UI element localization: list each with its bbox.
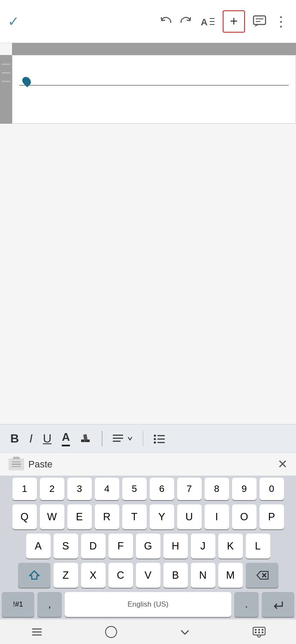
key-5[interactable]: 5: [122, 478, 147, 500]
key-a[interactable]: A: [26, 534, 51, 559]
toolbar-divider: [102, 431, 103, 446]
key-x[interactable]: X: [81, 563, 106, 588]
key-b[interactable]: B: [163, 563, 188, 588]
enter-key[interactable]: [262, 592, 294, 617]
underline-button[interactable]: U: [39, 430, 55, 447]
key-r[interactable]: R: [95, 504, 119, 529]
key-0[interactable]: 0: [260, 478, 284, 500]
page-body[interactable]: [12, 55, 296, 124]
key-l[interactable]: L: [246, 534, 270, 559]
format-toolbar: B I U A: [0, 424, 296, 452]
key-q[interactable]: Q: [12, 504, 37, 529]
svg-rect-29: [255, 632, 257, 633]
key-y[interactable]: Y: [150, 504, 174, 529]
key-g[interactable]: G: [136, 534, 160, 559]
svg-text:A: A: [201, 17, 208, 27]
svg-point-13: [154, 434, 156, 436]
top-toolbar: ✓ A +: [0, 0, 296, 43]
space-key[interactable]: English (US): [65, 592, 231, 617]
key-s[interactable]: S: [54, 534, 78, 559]
home-circle: [105, 626, 117, 638]
key-w[interactable]: W: [40, 504, 64, 529]
highlight-button[interactable]: [77, 431, 96, 446]
svg-marker-19: [30, 571, 39, 579]
back-button[interactable]: [172, 620, 198, 644]
paste-toolbar: Paste ✕: [0, 452, 296, 476]
a-row: A S D F G H J K L: [0, 531, 296, 561]
key-d[interactable]: D: [81, 534, 106, 559]
paste-left: Paste: [9, 458, 52, 470]
svg-rect-31: [262, 632, 263, 633]
comment-button[interactable]: [253, 15, 266, 28]
number-row: 1 2 3 4 5 6 7 8 9 0: [0, 476, 296, 502]
key-t[interactable]: T: [122, 504, 147, 529]
key-u[interactable]: U: [177, 504, 202, 529]
clipboard-icon: [9, 458, 24, 470]
keyboard-toggle-button[interactable]: [246, 620, 272, 644]
italic-button[interactable]: I: [26, 430, 36, 447]
check-button[interactable]: ✓: [8, 13, 19, 30]
more-options-button[interactable]: ⋮: [274, 13, 288, 30]
key-h[interactable]: H: [163, 534, 188, 559]
key-c[interactable]: C: [109, 563, 133, 588]
text-line: [19, 60, 289, 85]
bottom-row: !#1 , English (US) .: [0, 590, 296, 619]
key-k[interactable]: K: [218, 534, 243, 559]
redo-button[interactable]: [180, 15, 193, 28]
shift-key[interactable]: [18, 563, 51, 588]
key-n[interactable]: N: [191, 563, 215, 588]
key-7[interactable]: 7: [177, 478, 202, 500]
key-j[interactable]: J: [191, 534, 215, 559]
svg-rect-25: [253, 627, 265, 635]
nav-bar: [0, 619, 296, 644]
backspace-key[interactable]: [246, 563, 278, 588]
key-e[interactable]: E: [67, 504, 92, 529]
toolbar-divider2: [143, 431, 144, 446]
text-cursor: [21, 75, 33, 87]
svg-rect-26: [255, 629, 257, 631]
ruler-left: [0, 55, 12, 124]
home-button[interactable]: [98, 620, 124, 644]
comma-key[interactable]: ,: [37, 592, 62, 617]
svg-rect-28: [262, 629, 263, 631]
key-4[interactable]: 4: [95, 478, 119, 500]
ruler-top: [12, 43, 296, 55]
bold-button[interactable]: B: [7, 430, 22, 447]
key-m[interactable]: M: [218, 563, 243, 588]
symbols-key[interactable]: !#1: [2, 592, 34, 617]
svg-rect-27: [258, 629, 260, 631]
svg-rect-30: [258, 632, 260, 633]
key-f[interactable]: F: [109, 534, 133, 559]
paste-label[interactable]: Paste: [28, 459, 52, 470]
svg-point-17: [154, 441, 156, 443]
key-3[interactable]: 3: [67, 478, 92, 500]
key-1[interactable]: 1: [12, 478, 37, 500]
svg-rect-4: [254, 16, 266, 24]
period-key[interactable]: .: [234, 592, 259, 617]
keyboard: 1 2 3 4 5 6 7 8 9 0 Q W E R T Y U I O P …: [0, 476, 296, 619]
key-v[interactable]: V: [136, 563, 160, 588]
key-o[interactable]: O: [232, 504, 257, 529]
text-color-button[interactable]: A: [58, 429, 73, 448]
align-button[interactable]: [109, 431, 137, 446]
list-button[interactable]: [149, 431, 169, 446]
key-8[interactable]: 8: [205, 478, 229, 500]
q-row: Q W E R T Y U I O P: [0, 502, 296, 531]
undo-button[interactable]: [159, 15, 172, 28]
key-2[interactable]: 2: [40, 478, 64, 500]
key-6[interactable]: 6: [150, 478, 174, 500]
paste-close-button[interactable]: ✕: [278, 457, 287, 471]
add-button[interactable]: +: [223, 10, 245, 33]
key-z[interactable]: Z: [54, 563, 78, 588]
key-9[interactable]: 9: [232, 478, 257, 500]
key-p[interactable]: P: [260, 504, 284, 529]
document-area: [0, 43, 296, 424]
key-i[interactable]: I: [205, 504, 229, 529]
font-format-button[interactable]: A: [200, 15, 215, 28]
recents-button[interactable]: [24, 620, 50, 644]
color-bar: [62, 445, 70, 446]
z-row: Z X C V B N M: [0, 561, 296, 590]
svg-point-15: [154, 438, 156, 440]
